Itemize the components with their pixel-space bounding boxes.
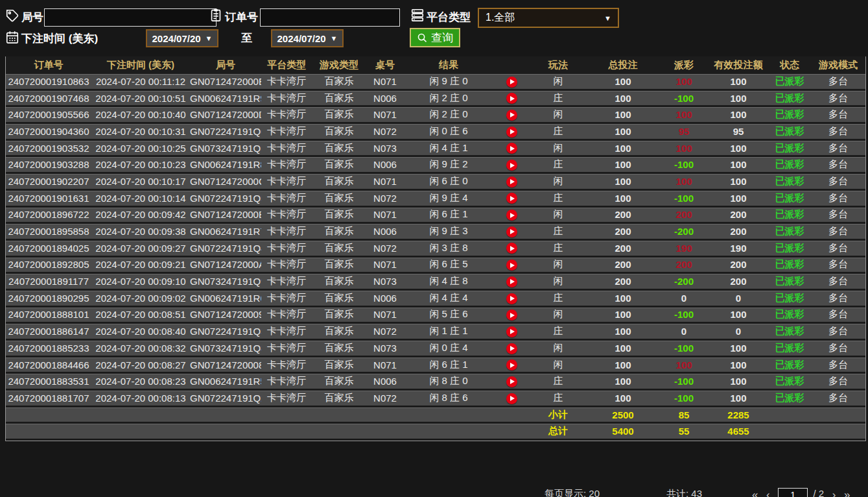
replay-play-icon[interactable]: [506, 110, 517, 121]
bet-time-cell: 2024-07-20 00:08:23: [91, 374, 190, 391]
order-id-cell: 240720001894025: [6, 241, 91, 258]
game-type-cell: 百家乐: [312, 324, 366, 341]
platform-type-select[interactable]: 1.全部 ▼: [478, 8, 619, 28]
replay-play-icon[interactable]: [506, 293, 517, 304]
replay-play-icon[interactable]: [506, 309, 517, 321]
table-no-cell: N071: [366, 107, 404, 124]
round-id-cell: GN006247191R5: [190, 374, 261, 391]
game-mode-cell: 多台: [811, 208, 865, 224]
valid-bet-cell: 100: [709, 107, 768, 124]
replay-play-icon[interactable]: [506, 359, 517, 370]
replay-play-icon[interactable]: [506, 93, 517, 104]
replay-play-icon[interactable]: [506, 176, 517, 188]
table-row: 240720001901631 2024-07-20 00:10:14 GN07…: [6, 191, 865, 208]
replay-play-icon[interactable]: [506, 160, 517, 171]
total-count-label: 共计: 43: [666, 488, 702, 497]
replay-play-icon[interactable]: [506, 326, 517, 337]
subtotal-payout: 85: [659, 407, 709, 424]
column-header-6: 结果: [404, 56, 493, 74]
round-id-input[interactable]: [44, 8, 217, 27]
last-page-button[interactable]: »: [844, 489, 850, 497]
table-no-cell: N071: [366, 258, 404, 274]
table-row: 240720001904360 2024-07-20 00:10:31 GN07…: [6, 124, 865, 141]
prev-page-button[interactable]: ‹: [766, 489, 770, 497]
replay-play-icon[interactable]: [506, 260, 517, 271]
play-type-cell: 闲: [530, 258, 587, 274]
game-mode-cell: 多台: [811, 308, 865, 324]
game-type-cell: 百家乐: [312, 141, 366, 158]
pagination-bar: 每页显示: 20 共计: 43 « ‹ 1 / 2 › »: [0, 488, 868, 497]
status-cell: 已派彩: [768, 174, 811, 191]
payout-cell: 0: [659, 324, 709, 341]
platform-cell: 卡卡湾厅: [261, 374, 312, 391]
grand-total-payout: 55: [659, 424, 709, 441]
play-type-cell: 庄: [530, 391, 587, 407]
status-cell: 已派彩: [768, 341, 811, 358]
total-bet-cell: 100: [587, 341, 659, 358]
platform-cell: 卡卡湾厅: [261, 291, 312, 308]
replay-play-icon[interactable]: [506, 193, 517, 204]
page-number-input[interactable]: 1: [778, 488, 808, 497]
game-type-cell: 百家乐: [312, 291, 366, 308]
table-row: 240720001885233 2024-07-20 00:08:32 GN07…: [6, 341, 865, 358]
replay-play-icon[interactable]: [506, 226, 517, 237]
date-to-select[interactable]: 2024/07/20 ▼: [271, 29, 344, 47]
total-bet-cell: 100: [587, 391, 659, 407]
table-no-cell: N006: [366, 157, 404, 174]
replay-play-icon[interactable]: [506, 143, 517, 154]
game-mode-cell: 多台: [811, 274, 865, 291]
column-header-3: 平台类型: [261, 56, 312, 74]
replay-play-icon[interactable]: [506, 210, 517, 221]
game-type-cell: 百家乐: [312, 374, 366, 391]
play-type-cell: 闲: [530, 141, 587, 158]
total-bet-cell: 100: [587, 74, 659, 91]
replay-play-icon[interactable]: [506, 343, 517, 354]
search-button[interactable]: 查询: [410, 28, 460, 47]
payout-cell: -100: [659, 191, 709, 208]
replay-play-icon[interactable]: [506, 77, 517, 88]
play-type-cell: 庄: [530, 91, 587, 108]
table-row: 240720001895858 2024-07-20 00:09:38 GN00…: [6, 224, 865, 241]
first-page-button[interactable]: «: [752, 489, 758, 497]
round-id-cell: GN072247191Q6: [190, 124, 261, 141]
game-mode-cell: 多台: [811, 291, 865, 308]
valid-bet-cell: 200: [709, 274, 768, 291]
replay-cell: [493, 241, 530, 258]
platform-type-selected: 1.全部: [486, 11, 515, 25]
replay-play-icon[interactable]: [506, 276, 517, 287]
grand-total-row: 总计 5400 55 4655: [6, 424, 865, 441]
bet-time-cell: 2024-07-20 00:11:12: [91, 74, 190, 91]
replay-play-icon[interactable]: [506, 127, 517, 138]
column-header-11: 有效投注额: [709, 56, 768, 74]
replay-play-icon[interactable]: [506, 393, 517, 404]
status-cell: 已派彩: [768, 107, 811, 124]
replay-cell: [493, 191, 530, 208]
result-cell: 闲 6 庄 5: [404, 258, 493, 274]
game-type-cell: 百家乐: [312, 208, 366, 224]
platform-cell: 卡卡湾厅: [261, 91, 312, 108]
date-from-select[interactable]: 2024/07/20 ▼: [146, 29, 218, 47]
play-type-cell: 庄: [530, 374, 587, 391]
status-cell: 已派彩: [768, 191, 811, 208]
replay-play-icon[interactable]: [506, 243, 517, 254]
replay-cell: [493, 124, 530, 141]
next-page-button[interactable]: ›: [832, 489, 836, 497]
replay-play-icon[interactable]: [506, 376, 517, 387]
game-type-cell: 百家乐: [312, 274, 366, 291]
game-type-cell: 百家乐: [312, 241, 366, 258]
game-type-cell: 百家乐: [312, 107, 366, 124]
bet-time-cell: 2024-07-20 00:09:21: [91, 258, 190, 274]
order-id-input[interactable]: [260, 8, 400, 27]
result-cell: 闲 4 庄 1: [404, 141, 493, 158]
game-type-cell: 百家乐: [312, 124, 366, 141]
platform-cell: 卡卡湾厅: [261, 157, 312, 174]
column-header-5: 桌号: [366, 56, 404, 74]
order-id-cell: 240720001888101: [6, 308, 91, 324]
total-bet-cell: 100: [587, 291, 659, 308]
total-bet-cell: 100: [587, 358, 659, 374]
table-no-cell: N006: [366, 291, 404, 308]
game-mode-cell: 多台: [811, 174, 865, 191]
play-type-cell: 庄: [530, 191, 587, 208]
payout-cell: 100: [659, 107, 709, 124]
table-no-cell: N071: [366, 208, 404, 224]
